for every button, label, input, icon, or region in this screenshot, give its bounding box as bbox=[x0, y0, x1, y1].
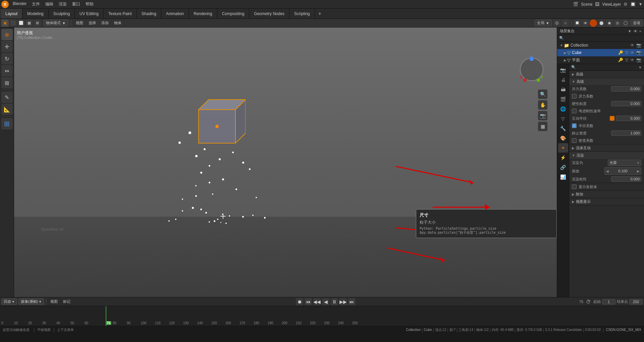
expand-cube-icon[interactable]: ▶ bbox=[564, 51, 567, 55]
status-flat-view[interactable]: 平移视图 bbox=[37, 328, 51, 332]
tool-move[interactable]: ✛ bbox=[1, 41, 13, 52]
select-menu[interactable]: 选择 bbox=[87, 20, 98, 26]
viewport-icon-5[interactable]: ⊞ bbox=[34, 19, 41, 27]
outliner-plane-row[interactable]: ▶ ▽ 平面 🔑 ▽ 👁 📷 bbox=[557, 56, 644, 64]
viewport[interactable]: 用户透视 (75) Collection | Cube bbox=[14, 27, 557, 297]
tool-annotate[interactable]: ✎ bbox=[1, 92, 13, 103]
timeline-bar[interactable]: 0 10 20 30 40 50 60 75 80 90 100 110 120… bbox=[0, 306, 644, 326]
topbar-icon1[interactable]: ⚙ bbox=[624, 2, 628, 7]
outliner-filter-icon[interactable]: ▼ bbox=[628, 29, 632, 33]
vp-hand-btn[interactable]: ✋ bbox=[538, 100, 547, 110]
prop-scene-icon[interactable]: 🎬 bbox=[558, 95, 568, 104]
radius-coeff-checkbox[interactable]: ✓ bbox=[572, 123, 577, 128]
global-selector[interactable]: 全局▼ bbox=[535, 20, 552, 26]
timeline-mode-btn[interactable]: 回放▼ bbox=[1, 298, 17, 305]
overlay-btn1[interactable]: 🔲 bbox=[574, 19, 581, 27]
render-as-dropdown[interactable]: 光晕 ▼ bbox=[608, 160, 641, 166]
topbar-icon3[interactable]: ▼ bbox=[638, 2, 643, 7]
snap-btn[interactable]: ⊙ bbox=[553, 19, 560, 27]
section-fluid-header[interactable]: ▶ 流体互动 bbox=[569, 145, 644, 152]
prop-data-icon[interactable]: 📊 bbox=[558, 172, 568, 182]
end-frame-value[interactable]: 250 bbox=[629, 299, 643, 304]
section-advanced-expanded-header[interactable]: ▼ 高级 bbox=[569, 78, 644, 85]
mode-selector[interactable]: 物体模式▼ bbox=[44, 20, 68, 26]
menu-window[interactable]: 窗口 bbox=[69, 1, 83, 8]
plane-key-icon[interactable]: 🔑 bbox=[618, 58, 623, 62]
tab-rendering[interactable]: Rendering bbox=[189, 9, 217, 18]
section-advanced-collapsed-header[interactable]: ▶ 高级 bbox=[569, 71, 644, 78]
menu-render[interactable]: 渲染 bbox=[56, 1, 69, 8]
outliner-collection-row[interactable]: ▼ 📁 Collection 👁 📷 bbox=[557, 42, 644, 49]
tab-texture-paint[interactable]: Texture Paint bbox=[104, 9, 137, 18]
section-view-display-header[interactable]: ▶ 视图显示 bbox=[569, 198, 644, 205]
vp-grid-btn[interactable]: ▦ bbox=[538, 122, 547, 131]
plane-filter-icon[interactable]: ▽ bbox=[625, 58, 628, 62]
tool-rotate[interactable]: ↻ bbox=[1, 53, 13, 64]
shading-render[interactable]: ◯ bbox=[622, 19, 629, 27]
prop-view-layer-icon[interactable]: 🏔 bbox=[558, 85, 568, 94]
prop-output-icon[interactable]: 🖨 bbox=[558, 75, 568, 84]
tab-layout[interactable]: Layout bbox=[1, 9, 22, 18]
tab-animation[interactable]: Animation bbox=[161, 9, 189, 18]
timeline-view-menu[interactable]: 视图 bbox=[48, 299, 60, 304]
vp-camera-btn[interactable]: 📷 bbox=[538, 111, 547, 120]
nav-gizmo[interactable]: Z Y X bbox=[520, 58, 547, 84]
shading-solid[interactable]: ◉ bbox=[606, 19, 613, 27]
play-start-btn[interactable]: ⏺ bbox=[296, 298, 303, 305]
tab-geometry-nodes[interactable]: Geometry Nodes bbox=[249, 9, 289, 18]
hardness-value[interactable]: 0.000 bbox=[611, 101, 641, 106]
tab-modeling[interactable]: Modeling bbox=[22, 9, 49, 18]
menu-file[interactable]: 文件 bbox=[29, 1, 43, 8]
status-context-menu[interactable]: 上下文菜单 bbox=[57, 328, 74, 332]
props-search-input[interactable] bbox=[577, 65, 637, 69]
play-stop-btn[interactable]: ⏸ bbox=[331, 298, 338, 305]
shading-material[interactable]: ◎ bbox=[614, 19, 621, 27]
tool-transform[interactable]: ⊞ bbox=[1, 77, 13, 89]
prop-particles-icon[interactable]: ✦ bbox=[558, 143, 568, 153]
play-reverse-btn[interactable]: ◀ bbox=[322, 298, 329, 305]
tool-add[interactable]: ⊞ bbox=[1, 118, 13, 129]
view-menu[interactable]: 视图 bbox=[74, 20, 85, 26]
play-next-keyframe-btn[interactable]: ⏭ bbox=[348, 298, 356, 305]
object-menu[interactable]: 物体 bbox=[112, 20, 123, 26]
cube-render-icon[interactable]: 📷 bbox=[636, 50, 641, 55]
rigid-vel-checkbox[interactable] bbox=[572, 109, 577, 113]
expand-collection-icon[interactable]: ▼ bbox=[560, 44, 563, 47]
proportional-btn[interactable]: ○ bbox=[562, 19, 569, 27]
timeline-markers-menu[interactable]: 标记 bbox=[61, 299, 72, 304]
tab-compositing[interactable]: Compositing bbox=[217, 9, 250, 18]
tool-measure[interactable]: 📐 bbox=[1, 104, 13, 115]
prop-render-icon[interactable]: 📷 bbox=[558, 65, 568, 75]
prop-physics-icon[interactable]: ⚡ bbox=[558, 153, 568, 162]
cube-key-icon[interactable]: 🔑 bbox=[618, 50, 623, 55]
topbar-icon2[interactable]: 🔲 bbox=[630, 2, 636, 7]
props-filter-icon[interactable]: ▼ bbox=[638, 65, 642, 69]
overlay-btn2[interactable]: 👁 bbox=[582, 19, 589, 27]
menu-help[interactable]: 帮助 bbox=[83, 1, 96, 8]
playback-arrow-left[interactable]: ◀ bbox=[605, 168, 610, 174]
status-set-keyframe[interactable]: 设置活动帧修改器 bbox=[3, 328, 30, 332]
play-prev-frame-btn[interactable]: ◀◀ bbox=[313, 298, 321, 305]
prop-object-icon[interactable]: ▽ bbox=[558, 114, 568, 123]
viewport-icon-4[interactable]: ▦ bbox=[25, 19, 33, 27]
collection-render-icon[interactable]: 📷 bbox=[636, 43, 641, 48]
tab-shading[interactable]: Shading bbox=[137, 9, 161, 18]
repulsion-value[interactable]: 0.000 bbox=[611, 86, 641, 92]
scene-label[interactable]: Scene bbox=[581, 2, 592, 7]
viewport-icon-2[interactable]: ⬛ bbox=[9, 19, 17, 27]
plane-visibility-icon[interactable]: 👁 bbox=[630, 58, 634, 62]
tab-uv-editing[interactable]: UV Editing bbox=[75, 9, 104, 18]
menu-blender[interactable]: Blender bbox=[10, 1, 29, 8]
cube-filter-icon[interactable]: ▽ bbox=[625, 50, 628, 55]
prop-shader-icon[interactable]: 🎨 bbox=[558, 133, 568, 143]
play-prev-keyframe-btn[interactable]: ⏮ bbox=[305, 298, 312, 305]
keying-icon[interactable]: ⏱ bbox=[585, 298, 592, 305]
tab-add[interactable]: + bbox=[315, 9, 325, 18]
outliner-view-icon[interactable]: 👁 bbox=[634, 29, 637, 33]
interaction-radius-value[interactable]: 0.300 bbox=[616, 116, 641, 121]
prop-world-icon[interactable]: 🌐 bbox=[558, 104, 568, 114]
blender-logo[interactable]: B bbox=[1, 1, 9, 8]
show-emitter-checkbox[interactable] bbox=[572, 184, 577, 189]
play-next-frame-btn[interactable]: ▶▶ bbox=[339, 298, 347, 305]
section-render-header[interactable]: ▼ 渲染 bbox=[569, 152, 644, 159]
